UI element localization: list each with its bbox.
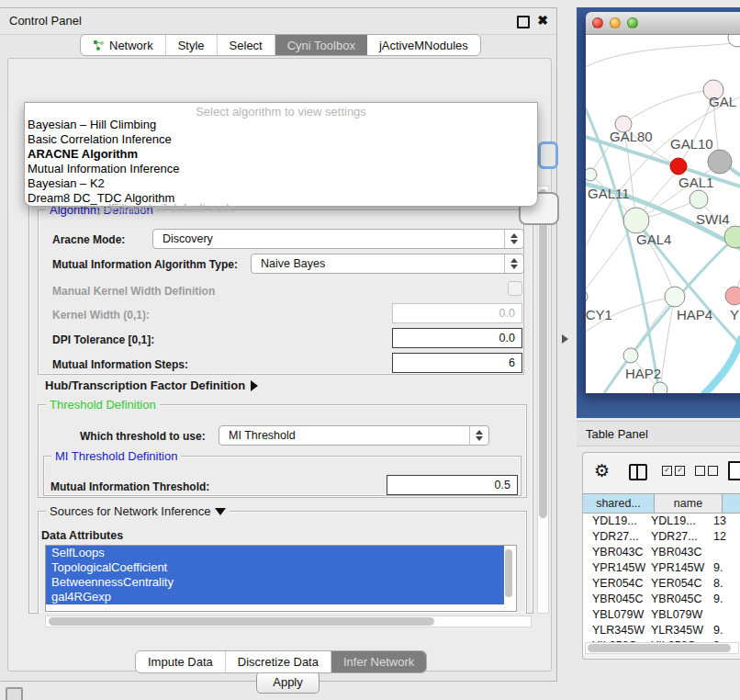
settings-horizontal-scrollbar[interactable]: [45, 615, 532, 627]
sources-group-title[interactable]: Sources for Network Inference: [46, 504, 230, 518]
sources-title-text: Sources for Network Inference: [50, 504, 211, 518]
node-gal1[interactable]: [690, 190, 708, 209]
list-item[interactable]: TopologicalCoefficient: [46, 560, 504, 575]
column-header-shared[interactable]: shared...: [583, 494, 655, 513]
cell: 9.: [708, 592, 740, 607]
network-icon: [93, 40, 105, 51]
zoom-traffic-light-icon[interactable]: [627, 17, 638, 28]
which-threshold-select[interactable]: MI Threshold: [219, 425, 489, 446]
data-attributes-list[interactable]: SelfLoops TopologicalCoefficient Between…: [45, 545, 517, 612]
deselect-all-icon[interactable]: [695, 466, 718, 476]
node-gal10[interactable]: [708, 150, 732, 174]
node-bottom[interactable]: [653, 382, 667, 393]
algorithm-option-bayesian-hill-climbing[interactable]: Bayesian – Hill Climbing: [28, 118, 156, 132]
mi-steps-input[interactable]: 6: [392, 353, 522, 373]
docked-panel-icon[interactable]: [6, 687, 23, 700]
node-hap2[interactable]: [623, 348, 638, 363]
column-header-name[interactable]: name: [655, 494, 723, 513]
manual-kernel-width-checkbox[interactable]: [508, 281, 522, 296]
aracne-mode-select[interactable]: Discovery: [152, 229, 524, 249]
panel-splitter-arrow[interactable]: [562, 334, 568, 344]
node-y[interactable]: [725, 287, 740, 305]
which-threshold-value: MI Threshold: [229, 429, 296, 442]
hub-definition-toggle[interactable]: Hub/Transcription Factor Definition: [45, 378, 258, 392]
algorithm-option-bayesian-k2[interactable]: Bayesian – K2: [28, 176, 105, 191]
table-row[interactable]: YBR045C YBR045C 9.: [583, 592, 740, 607]
app-screen: Control Panel ✖ Network Style Select Cyn…: [0, 0, 740, 700]
table-row[interactable]: YDR27... YDR27... 12: [583, 529, 740, 545]
dpi-tolerance-label: DPI Tolerance [0,1]:: [52, 333, 154, 346]
settings-vertical-scrollbar[interactable]: [537, 186, 549, 614]
tab-select-label: Select: [230, 39, 263, 52]
table-rows: YDL19... YDL19... 13 YDR27... YDR27... 1…: [583, 514, 740, 654]
mi-threshold-input[interactable]: 0.5: [387, 475, 518, 495]
node-gcy1[interactable]: [586, 289, 588, 304]
algorithm-option-mutual-information[interactable]: Mutual Information Inference: [28, 162, 179, 176]
cell: YBR045C: [583, 592, 645, 607]
gear-icon[interactable]: ⚙: [594, 460, 610, 480]
list-item[interactable]: gal4RGexp: [46, 590, 504, 604]
tab-network[interactable]: Network: [81, 35, 166, 55]
cell: YDR27...: [583, 529, 645, 545]
tab-discretize-data[interactable]: Discretize Data: [226, 651, 331, 672]
network-view-window[interactable]: GAL GAL80 GAL10 GAL1 GAL11 GAL4 SWI4 GCY…: [586, 12, 740, 393]
split-columns-icon[interactable]: [629, 464, 647, 480]
mi-algorithm-type-value: Naive Bayes: [261, 257, 325, 270]
which-threshold-label: Which threshold to use:: [80, 430, 206, 443]
cell: YBL079W: [645, 607, 708, 623]
close-traffic-light-icon[interactable]: [592, 17, 603, 28]
node-label: HAP2: [625, 366, 661, 381]
network-window-titlebar[interactable]: [586, 12, 740, 35]
select-all-icon[interactable]: ✓✓: [662, 466, 685, 476]
hub-definition-label: Hub/Transcription Factor Definition: [45, 378, 245, 392]
control-panel-titlebar[interactable]: Control Panel ✖: [0, 8, 556, 35]
column-header-third[interactable]: A: [723, 494, 740, 513]
tab-impute-data[interactable]: Impute Data: [136, 651, 226, 672]
table-row[interactable]: YBL079W YBL079W: [583, 607, 740, 623]
cell: 8.: [708, 576, 740, 592]
table-row[interactable]: YLR345W YLR345W 9.: [583, 623, 740, 638]
node-unlabeled[interactable]: [728, 35, 740, 47]
expand-right-icon: [251, 380, 258, 391]
mi-threshold-definition-title: MI Threshold Definition: [51, 449, 181, 463]
network-canvas[interactable]: GAL GAL80 GAL10 GAL1 GAL11 GAL4 SWI4 GCY…: [586, 35, 740, 393]
mi-steps-value: 6: [509, 356, 515, 369]
cell: YBR043C: [645, 545, 708, 560]
table-panel-header[interactable]: Table Panel: [577, 421, 740, 446]
node-gal11[interactable]: [586, 168, 597, 181]
float-window-icon[interactable]: [517, 16, 530, 28]
dpi-tolerance-input[interactable]: 0.0: [392, 328, 522, 348]
apply-button[interactable]: Apply: [256, 672, 320, 694]
node-label: GAL11: [588, 186, 630, 201]
kernel-width-input[interactable]: 0.0: [392, 303, 522, 323]
table-row[interactable]: YDL19... YDL19... 13: [583, 514, 740, 529]
algorithm-option-basic-correlation[interactable]: Basic Correlation Inference: [28, 132, 172, 147]
tab-cyni-toolbox[interactable]: Cyni Toolbox: [275, 35, 367, 55]
node-selected-red[interactable]: [670, 158, 687, 175]
table-row[interactable]: YBR043C YBR043C: [583, 545, 740, 560]
minimize-traffic-light-icon[interactable]: [610, 17, 621, 28]
cell: YLR345W: [583, 623, 645, 638]
table-horizontal-scrollbar[interactable]: [585, 642, 739, 654]
new-table-icon[interactable]: [728, 461, 740, 480]
close-icon[interactable]: ✖: [537, 13, 548, 28]
mi-algorithm-type-select[interactable]: Naive Bayes: [251, 254, 524, 274]
node-label: GCY1: [586, 307, 612, 322]
tab-style-label: Style: [178, 39, 205, 52]
data-table-value: galFiltered.sif default node: [95, 201, 235, 215]
table-row[interactable]: YPR145W YPR145W 9.: [583, 560, 740, 576]
algorithm-option-aracne[interactable]: ARACNE Algorithm: [28, 147, 138, 162]
tab-style[interactable]: Style: [166, 35, 218, 55]
list-item[interactable]: SelfLoops: [46, 546, 504, 560]
node-hap4[interactable]: [665, 287, 685, 307]
attributes-list-scrollbar[interactable]: [504, 547, 515, 611]
tab-infer-network[interactable]: Infer Network: [331, 651, 426, 672]
list-item[interactable]: BetweennessCentrality: [46, 575, 504, 590]
tab-select[interactable]: Select: [218, 35, 275, 55]
collapse-down-icon: [215, 508, 226, 515]
algorithm-select-stepper-fragment[interactable]: [538, 141, 558, 169]
node-gal4[interactable]: [623, 208, 649, 233]
tab-jactivemnodules[interactable]: jActiveMNodules: [367, 35, 480, 55]
tab-infer-network-label: Infer Network: [343, 655, 414, 669]
table-row[interactable]: YER054C YER054C 8.: [583, 576, 740, 592]
